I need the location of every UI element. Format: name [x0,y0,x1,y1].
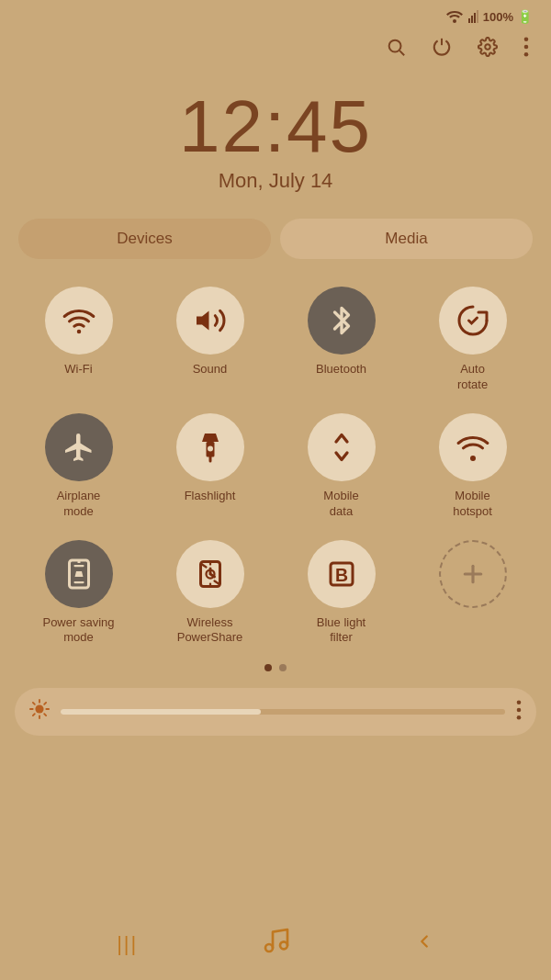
clock-area: 12:45 Mon, July 14 [0,90,551,193]
toggle-sound[interactable]: Sound [146,277,274,399]
wifi-icon [62,304,96,337]
svg-rect-4 [477,10,478,23]
bluelight-icon: B [325,558,358,591]
bottom-nav: ||| [0,909,551,980]
svg-line-32 [44,715,46,716]
bluetooth-icon [328,304,355,337]
mobiledata-circle [308,413,376,481]
clock-time: 12:45 [0,90,551,163]
battery-percent: 100% [483,10,513,24]
more-options-icon[interactable] [523,37,529,62]
wifi-status-icon [446,10,463,23]
mobiledata-icon [325,431,358,464]
status-bar: 100% 🔋 [0,0,551,24]
svg-point-37 [517,715,522,720]
power-icon[interactable] [432,37,452,62]
brightness-more-icon[interactable] [516,700,522,725]
dot-1 [264,664,272,671]
airplane-icon [62,431,96,464]
hotspot-icon [456,431,489,464]
toggle-autorotate[interactable]: Autorotate [409,277,536,399]
hotspot-circle [439,413,507,481]
powershare-icon [194,558,227,591]
powersaving-icon [62,558,96,591]
flashlight-icon [194,431,227,464]
toggle-bluetooth[interactable]: Bluetooth [277,277,405,399]
airplane-circle [45,413,113,481]
brightness-icon [29,699,50,725]
clock-date: Mon, July 14 [0,169,551,193]
sun-icon [29,699,50,719]
svg-point-10 [524,52,529,57]
brightness-fill [61,709,261,715]
wifi-label: Wi-Fi [64,362,92,377]
sound-circle [176,287,244,355]
settings-icon[interactable] [478,37,498,62]
autorotate-circle [439,287,507,355]
bluelight-label: Blue lightfilter [317,615,365,647]
svg-point-7 [485,44,490,50]
music-button[interactable] [262,926,291,962]
toggle-powershare[interactable]: WirelessPowerShare [146,531,274,652]
recents-button[interactable]: ||| [117,932,138,956]
bluetooth-circle [308,287,376,355]
autorotate-label: Autorotate [457,362,488,393]
search-icon[interactable] [386,37,406,62]
mobiledata-label: Mobiledata [323,489,358,520]
toggle-grid: Wi-Fi Sound Bluetooth A [0,277,551,651]
tab-media[interactable]: Media [280,219,533,259]
toggle-bluelight[interactable]: B Blue lightfilter [277,531,405,652]
back-button[interactable] [414,929,434,958]
flashlight-label: Flashlight [185,489,236,504]
quick-actions-row [0,24,551,62]
status-icons: 100% 🔋 [446,9,533,24]
svg-line-34 [33,715,35,716]
dot-2 [279,664,287,671]
svg-point-8 [524,37,529,41]
toggle-mobiledata[interactable]: Mobiledata [277,404,405,525]
svg-line-33 [44,703,46,704]
toggle-wifi[interactable]: Wi-Fi [15,277,142,399]
svg-point-11 [76,330,81,334]
toggle-hotspot[interactable]: Mobilehotspot [409,404,536,525]
svg-rect-2 [471,16,473,23]
svg-point-14 [208,445,213,451]
svg-rect-1 [468,18,470,23]
music-icon [262,926,291,955]
sound-label: Sound [193,362,228,377]
flashlight-circle [176,413,244,481]
back-icon [414,931,434,952]
tab-devices[interactable]: Devices [18,219,271,259]
svg-point-9 [524,45,529,50]
svg-point-16 [470,456,476,461]
toggle-flashlight[interactable]: Flashlight [146,404,274,525]
powershare-circle [176,540,244,608]
svg-point-0 [453,19,456,23]
svg-point-5 [389,40,401,52]
toggle-powersaving[interactable]: Power savingmode [15,531,142,652]
pagination-dots [0,664,551,671]
tabs-row: Devices Media [18,219,533,259]
powersaving-label: Power savingmode [42,615,114,647]
svg-rect-3 [474,13,476,23]
toggle-add[interactable] [409,531,536,652]
airplane-label: Airplanemode [57,489,101,520]
bluetooth-label: Bluetooth [316,362,366,377]
battery-icon: 🔋 [517,9,533,24]
signal-icon [467,10,479,23]
sound-icon [194,304,227,337]
brightness-row[interactable] [15,688,536,736]
hotspot-label: Mobilehotspot [453,489,492,520]
add-circle [439,540,507,608]
svg-point-36 [517,708,522,713]
svg-point-26 [35,705,43,714]
autorotate-icon [456,304,489,337]
powershare-label: WirelessPowerShare [177,615,243,647]
wifi-circle [45,287,113,355]
toggle-airplane[interactable]: Airplanemode [15,404,142,525]
brightness-slider[interactable] [61,709,505,715]
plus-icon [459,560,487,588]
svg-text:B: B [334,564,347,584]
svg-point-35 [517,700,522,704]
svg-marker-12 [197,311,209,331]
